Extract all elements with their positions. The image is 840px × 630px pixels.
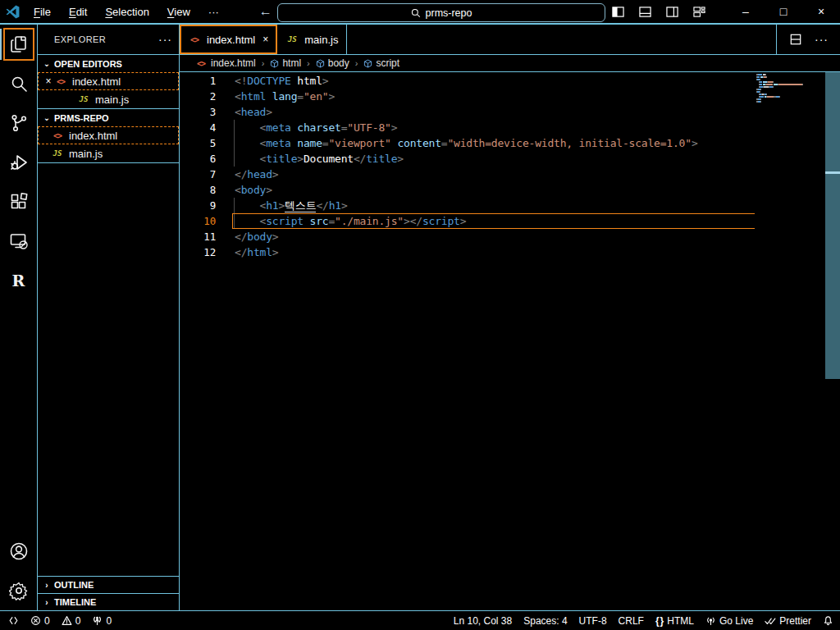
status-0[interactable]: 0 <box>30 615 50 627</box>
close-button[interactable]: × <box>802 0 840 23</box>
section-header-outline[interactable]: ›OUTLINE <box>38 576 179 593</box>
toggle-panel-icon[interactable] <box>639 6 651 18</box>
breadcrumb-item-html[interactable]: html <box>270 57 301 69</box>
activitybar-r-language[interactable]: R <box>0 261 38 300</box>
explorer-sidebar: EXPLORER ··· ⌄OPEN EDITORS×<>index.htmlJ… <box>38 25 180 610</box>
status-label: Spaces: 4 <box>523 615 567 627</box>
activitybar-settings[interactable] <box>0 571 38 610</box>
back-arrow-icon[interactable]: ← <box>259 5 272 18</box>
tab-main.js[interactable]: JSmain.js <box>277 25 347 54</box>
activitybar-extensions[interactable] <box>0 182 38 221</box>
minimize-button[interactable]: – <box>727 0 765 23</box>
minimap-line <box>756 81 825 83</box>
warning-icon <box>62 615 72 626</box>
status-0[interactable]: 0 <box>92 615 112 627</box>
activitybar-search[interactable] <box>0 64 38 103</box>
code-text: <body> <box>235 184 272 196</box>
explorer-more-actions-icon[interactable]: ··· <box>158 33 172 46</box>
tab-close-icon[interactable]: × <box>262 34 268 45</box>
section-header-prms-repo[interactable]: ⌄PRMS-REPO <box>38 109 179 126</box>
minimap-line <box>756 74 825 75</box>
code-line-5: 5 <meta name="viewport" content="width=d… <box>180 135 755 151</box>
line-number: 2 <box>180 90 216 103</box>
file-row-index.html[interactable]: <>index.html <box>38 126 179 144</box>
breadcrumb-label: index.html <box>211 57 256 69</box>
code-text: <title>Document</title> <box>235 153 404 165</box>
menu-view[interactable]: View <box>160 3 198 21</box>
editor-scrollbar[interactable] <box>825 72 840 608</box>
vscode-window: FileEditSelectionView··· ← → prms-repo –… <box>0 0 840 630</box>
breadcrumb-separator: › <box>355 58 358 68</box>
minimap-line <box>756 101 825 103</box>
code-line-12: 12</html> <box>180 244 755 260</box>
status-spaces-4[interactable]: Spaces: 4 <box>523 615 567 627</box>
menu-selection[interactable]: Selection <box>98 3 156 21</box>
scrollbar-slider[interactable] <box>825 72 840 379</box>
status-html[interactable]: { }HTML <box>655 615 694 627</box>
code-text: <meta name="viewport" content="width=dev… <box>235 137 698 149</box>
sidebar-title: EXPLORER <box>54 34 158 44</box>
section-header-timeline[interactable]: ›TIMELINE <box>38 593 179 610</box>
file-label: main.js <box>69 148 103 160</box>
editor-group: <>index.html×JSmain.js ··· <>index.html›… <box>180 25 840 610</box>
maximize-button[interactable]: □ <box>765 0 802 23</box>
html-file-icon: <> <box>188 35 201 44</box>
html-file-icon: <> <box>51 131 64 140</box>
file-label: main.js <box>95 94 129 106</box>
line-number: 4 <box>180 121 216 134</box>
command-center-search[interactable]: prms-repo <box>277 3 605 22</box>
status-bar: 000 Ln 10, Col 38Spaces: 4UTF-8CRLF{ }HT… <box>0 610 840 630</box>
js-file-icon: JS <box>285 35 299 43</box>
breadcrumb-item-index.html[interactable]: <>index.html <box>194 57 256 69</box>
customize-layout-icon[interactable] <box>693 6 705 18</box>
activitybar-remote-explorer[interactable] <box>0 221 38 261</box>
double-check-icon <box>765 615 776 627</box>
error-icon <box>30 615 41 626</box>
code-editor[interactable]: 1<!DOCTYPE html>2<html lang="en">3<head>… <box>180 72 840 610</box>
minimap-line <box>756 98 825 100</box>
chevron-right-icon: › <box>41 581 52 590</box>
code-line-7: 7</head> <box>180 167 755 182</box>
breadcrumb-item-script[interactable]: script <box>363 57 399 69</box>
section-label: PRMS-REPO <box>54 113 109 123</box>
r-language-icon: R <box>4 265 34 296</box>
html-file-icon: <> <box>54 77 67 86</box>
breadcrumb-item-body[interactable]: body <box>316 57 349 69</box>
minimap[interactable] <box>756 74 825 103</box>
activitybar-source-control[interactable] <box>0 103 38 143</box>
chevron-right-icon: › <box>41 598 52 607</box>
activitybar-run-debug[interactable] <box>0 143 38 182</box>
symbol-cube-icon <box>316 59 325 68</box>
status-go-live[interactable]: Go Live <box>705 615 753 627</box>
activity-bar: R <box>0 25 38 610</box>
section-label: OUTLINE <box>54 580 94 590</box>
file-row-main.js[interactable]: JSmain.js <box>38 144 179 162</box>
tab-index.html[interactable]: <>index.html× <box>180 25 277 54</box>
status-bell[interactable] <box>823 615 833 626</box>
status-0[interactable]: 0 <box>62 615 81 627</box>
menu-more[interactable]: ··· <box>201 3 226 21</box>
file-label: index.html <box>69 130 117 142</box>
toggle-sidebar-icon[interactable] <box>612 6 624 18</box>
activitybar-explorer[interactable] <box>0 25 38 64</box>
split-editor-icon[interactable] <box>790 34 801 45</box>
editor-more-actions-icon[interactable]: ··· <box>815 33 829 46</box>
menu-file[interactable]: File <box>26 3 58 21</box>
status-crlf[interactable]: CRLF <box>619 615 644 627</box>
activitybar-accounts[interactable] <box>0 532 38 571</box>
file-row-index.html[interactable]: ×<>index.html <box>38 72 179 90</box>
minimap-line <box>756 86 825 88</box>
status-remote[interactable] <box>8 615 19 626</box>
line-number: 11 <box>180 231 216 243</box>
status-utf-8[interactable]: UTF-8 <box>579 615 607 627</box>
minimap-line <box>756 89 825 90</box>
status-prettier[interactable]: Prettier <box>765 615 811 627</box>
status-ln-10-col-38[interactable]: Ln 10, Col 38 <box>454 615 512 627</box>
minimap-line <box>756 91 825 93</box>
section-header-open-editors[interactable]: ⌄OPEN EDITORS <box>38 55 179 72</box>
close-icon[interactable]: × <box>43 75 54 87</box>
toggle-secondary-sidebar-icon[interactable] <box>666 6 678 18</box>
menu-edit[interactable]: Edit <box>62 3 94 21</box>
file-row-main.js[interactable]: JSmain.js <box>38 90 179 108</box>
code-text: <!DOCTYPE html> <box>235 75 328 87</box>
